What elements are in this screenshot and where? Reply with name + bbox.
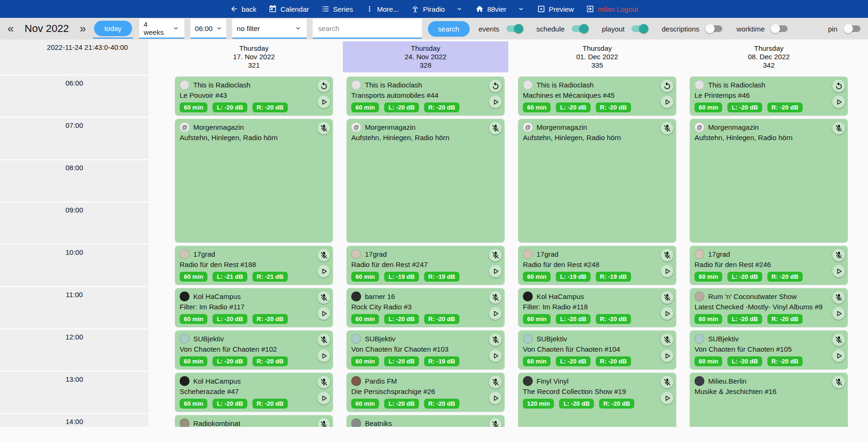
mic-off-button[interactable] <box>489 333 502 346</box>
play-button[interactable] <box>832 95 845 108</box>
filter-select[interactable]: no filter <box>232 19 307 39</box>
event-card[interactable]: Kol HaCampusScheherazade #4760 minL: -20… <box>175 373 333 412</box>
mic-off-button[interactable] <box>317 122 330 134</box>
play-button[interactable] <box>489 307 502 320</box>
play-button[interactable] <box>317 95 330 108</box>
event-card[interactable]: This is RadioclashMachines et Mécaniques… <box>518 77 676 116</box>
event-card[interactable]: @MorgenmagazinAufstehn, Hinlegen, Radio … <box>518 119 676 243</box>
search-input[interactable] <box>313 19 422 39</box>
replay-button[interactable] <box>489 79 502 92</box>
events-switch[interactable] <box>505 24 523 33</box>
nav-item-preview[interactable]: Preview <box>537 5 574 13</box>
nav-item-milan-logout[interactable]: milan Logout <box>586 5 638 13</box>
event-card[interactable]: Rum 'n' Coconutwater ShowLatest Checked … <box>690 288 848 327</box>
replay-button[interactable] <box>317 79 330 92</box>
replay-button[interactable] <box>832 79 845 92</box>
event-card[interactable]: 17gradRadio für den Rest #24860 minL: -1… <box>518 246 676 285</box>
event-card[interactable]: SUBjektivVon Chaoten für Chaoten #10360 … <box>347 331 505 370</box>
play-button[interactable] <box>317 349 330 362</box>
event-card[interactable]: @MorgenmagazinAufstehn, Hinlegen, Radio … <box>690 119 848 243</box>
mic-off-button[interactable] <box>661 249 673 261</box>
play-button[interactable] <box>317 307 330 320</box>
nav-item-back[interactable]: back <box>230 5 257 13</box>
event-card[interactable]: Beatniks <box>347 415 505 427</box>
event-card[interactable]: 17gradRadio für den Rest #24660 minL: -2… <box>690 246 848 285</box>
play-button[interactable] <box>832 265 845 277</box>
play-button[interactable] <box>832 307 845 320</box>
nav-item-calendar[interactable]: Calendar <box>268 5 309 13</box>
mic-off-button[interactable] <box>832 122 845 134</box>
event-card[interactable]: SUBjektivVon Chaoten für Chaoten #10260 … <box>175 331 333 370</box>
mic-off-button[interactable] <box>317 333 330 346</box>
play-button[interactable] <box>661 265 673 277</box>
play-button[interactable] <box>661 392 673 404</box>
play-button[interactable] <box>489 95 502 108</box>
show-title: Kol HaCampus <box>193 292 241 300</box>
event-card[interactable]: @MorgenmagazinAufstehn, Hinlegen, Radio … <box>347 119 505 243</box>
event-card[interactable]: Finyl VinylThe Record Collection Show #1… <box>518 373 676 427</box>
chevron-down-button[interactable] <box>456 5 463 13</box>
start-time-select[interactable]: 06:00 <box>190 19 226 39</box>
nav-item-piradio[interactable]: Piradio <box>411 5 463 13</box>
nav-item-series[interactable]: Series <box>321 5 353 13</box>
mic-off-button[interactable] <box>661 376 673 388</box>
event-card[interactable]: This is RadioclashTransports automobiles… <box>347 77 505 116</box>
play-button[interactable] <box>832 349 845 362</box>
event-card[interactable]: 17gradRadio für den Rest #24760 minL: -1… <box>347 246 505 285</box>
nav-item-more[interactable]: More... <box>365 5 399 13</box>
event-card[interactable]: 17gradRadio für den Rest #18860 minL: -2… <box>175 246 333 285</box>
descriptions-switch[interactable] <box>705 24 723 33</box>
mic-off-button[interactable] <box>661 291 673 304</box>
prev-month-button[interactable]: « <box>7 23 15 34</box>
mic-off-button[interactable] <box>661 122 673 134</box>
mic-off-button[interactable] <box>317 418 330 427</box>
mic-off-button[interactable] <box>661 333 673 346</box>
event-card[interactable]: @MorgenmagazinAufstehn, Hinlegen, Radio … <box>175 119 333 243</box>
worktime-switch[interactable] <box>771 24 789 33</box>
mic-off-button[interactable] <box>317 291 330 304</box>
event-card[interactable]: Pardis FMDie Persischsprachige #2660 min… <box>347 373 505 412</box>
event-card[interactable]: This is RadioclashLe Pouvoir #4360 minL:… <box>175 77 333 116</box>
day-header-01-dec-2022[interactable]: Thursday01. Dec 2022335 <box>518 41 676 72</box>
chevron-down-button[interactable] <box>517 5 525 13</box>
next-month-button[interactable]: » <box>79 23 87 34</box>
mic-off-button[interactable] <box>832 333 845 346</box>
mic-off-button[interactable] <box>489 418 502 427</box>
day-header-08-dec-2022[interactable]: Thursday08. Dec 2022342 <box>690 41 848 72</box>
mic-off-button[interactable] <box>489 376 502 388</box>
day-header-17-nov-2022[interactable]: Thursday17. Nov 2022321 <box>175 41 333 72</box>
event-card[interactable]: Radiokombinat <box>175 415 333 427</box>
play-button[interactable] <box>489 349 502 362</box>
event-card[interactable]: SUBjektivVon Chaoten für Chaoten #10460 … <box>518 331 676 370</box>
mic-off-button[interactable] <box>489 122 502 134</box>
mic-off-button[interactable] <box>317 376 330 388</box>
play-button[interactable] <box>661 349 673 362</box>
mic-off-button[interactable] <box>832 376 845 388</box>
play-button[interactable] <box>317 392 330 404</box>
schedule-switch[interactable] <box>571 24 589 33</box>
play-button[interactable] <box>317 265 330 277</box>
mic-off-button[interactable] <box>832 291 845 304</box>
event-card[interactable]: barner 16Rock City Radio #360 minL: -20 … <box>347 288 505 327</box>
mic-off-button[interactable] <box>317 249 330 261</box>
event-card[interactable]: Kol HaCampusFilter: Im Radio #11860 minL… <box>518 288 676 327</box>
search-button[interactable]: search <box>428 21 470 37</box>
playout-switch[interactable] <box>631 24 648 33</box>
play-button[interactable] <box>489 265 502 277</box>
play-button[interactable] <box>661 307 673 320</box>
event-card[interactable]: SUBjektivVon Chaoten für Chaoten #10560 … <box>690 331 848 370</box>
replay-button[interactable] <box>661 79 673 92</box>
event-card[interactable]: Milieu.BerlinMusike & Jeschichten #16 <box>690 373 848 427</box>
mic-off-button[interactable] <box>832 249 845 261</box>
range-select[interactable]: 4 weeks <box>139 19 184 39</box>
event-card[interactable]: Kol HaCampusFilter: Im Radio #11760 minL… <box>175 288 333 327</box>
pin-switch[interactable] <box>844 24 861 33</box>
day-header-24-nov-2022[interactable]: Thursday24. Nov 2022328 <box>343 41 508 72</box>
play-button[interactable] <box>661 95 673 108</box>
event-card[interactable]: This is RadioclashLe Printemps #4660 min… <box>690 77 848 116</box>
mic-off-button[interactable] <box>489 291 502 304</box>
nav-item-88vier[interactable]: 88vier <box>475 5 525 13</box>
today-button[interactable]: today <box>94 21 132 36</box>
play-button[interactable] <box>489 392 502 404</box>
mic-off-button[interactable] <box>489 249 502 261</box>
